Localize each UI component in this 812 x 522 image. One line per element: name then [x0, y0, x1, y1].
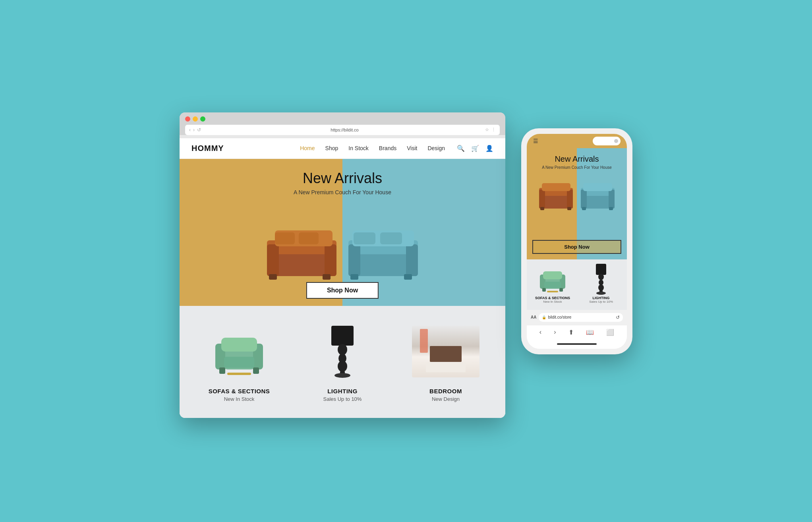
nav-link-shop[interactable]: Shop	[325, 145, 338, 151]
phone-lighting-img	[585, 266, 617, 294]
svg-rect-43	[583, 183, 612, 191]
nav-item-instock[interactable]: In Stock	[348, 145, 369, 152]
sofa-category-image	[203, 322, 275, 381]
svg-rect-34	[539, 189, 545, 209]
hero-section: New Arrivals A New Premium Couch For You…	[180, 159, 505, 306]
account-icon[interactable]: 👤	[485, 145, 493, 152]
lighting-category-sub: Sales Up to 10%	[323, 396, 362, 402]
phone-url-text: bildit.co/store	[548, 315, 614, 319]
traffic-light-fullscreen[interactable]	[200, 116, 205, 122]
phone-sofas-sub: New In Stock	[543, 300, 562, 304]
svg-rect-21	[221, 338, 257, 352]
phone-text-size-control[interactable]: AA	[531, 315, 536, 319]
lighting-category-name: LIGHTING	[327, 388, 358, 394]
svg-rect-44	[582, 207, 586, 210]
phone-forward-button[interactable]: ›	[554, 329, 556, 336]
svg-rect-24	[253, 367, 259, 374]
svg-rect-37	[540, 207, 544, 210]
category-card-lighting[interactable]: LIGHTING Sales Up to 10%	[299, 322, 386, 402]
phone-lock-icon: 🔒	[542, 315, 546, 319]
phone-camera-notch	[593, 137, 621, 145]
lamp-svg	[311, 322, 374, 381]
traffic-light-close[interactable]	[185, 116, 190, 122]
hero-subtitle: A New Premium Couch For Your House	[180, 189, 505, 195]
svg-rect-49	[543, 271, 562, 279]
svg-rect-45	[609, 207, 613, 210]
phone-menu-icon[interactable]: ☰	[533, 138, 538, 144]
category-card-bedroom[interactable]: BEDROOM New Design	[402, 322, 489, 402]
website-content: HOMMY Home Shop In Stock Brands Visit De…	[180, 138, 505, 418]
nav-link-visit[interactable]: Visit	[407, 145, 417, 151]
lighting-category-image	[307, 322, 378, 381]
hero-shop-now-button[interactable]: Shop Now	[306, 282, 379, 299]
more-icon[interactable]: ⋮	[491, 127, 496, 132]
svg-point-56	[599, 280, 603, 285]
phone-cat-card-sofas[interactable]: SOFAS & SECTIONS New In Stock	[530, 266, 575, 304]
svg-rect-11	[348, 244, 360, 276]
svg-rect-50	[544, 282, 561, 288]
nav-item-visit[interactable]: Visit	[407, 145, 417, 152]
phone-url-box[interactable]: 🔒 bildit.co/store ↺	[539, 313, 623, 322]
address-bar[interactable]: ‹ › ↺ https://bildit.co ☆ ⋮	[185, 125, 500, 135]
phone-share-button[interactable]: ⬆	[568, 329, 574, 336]
bookmark-icon[interactable]: ☆	[485, 127, 489, 132]
reload-icon[interactable]: ↺	[197, 127, 201, 133]
forward-arrow[interactable]: ›	[193, 127, 195, 133]
svg-point-27	[338, 344, 347, 355]
phone-back-button[interactable]: ‹	[539, 329, 541, 336]
svg-rect-42	[609, 189, 615, 209]
phone-lighting-name: LIGHTING	[593, 296, 610, 300]
phone-nav-bar: ‹ › ⬆ 📖 ⬜	[527, 325, 627, 339]
phone-sofa-image	[537, 173, 617, 213]
svg-rect-2	[267, 244, 279, 276]
nav-link-home[interactable]: Home	[300, 145, 315, 151]
phone-hero-section: New Arrivals A New Premium Couch For You…	[527, 148, 627, 259]
nav-link-design[interactable]: Design	[427, 145, 445, 151]
svg-point-55	[598, 274, 604, 280]
category-card-sofas[interactable]: SOFAS & SECTIONS New In Stock	[195, 322, 283, 402]
traffic-light-minimize[interactable]	[193, 116, 198, 122]
bedroom-category-name: BEDROOM	[429, 388, 462, 394]
nav-item-design[interactable]: Design	[427, 145, 445, 152]
nav-item-shop[interactable]: Shop	[325, 145, 338, 152]
nav-link-brands[interactable]: Brands	[379, 145, 396, 151]
svg-rect-23	[219, 367, 225, 374]
cart-icon[interactable]: 🛒	[471, 145, 479, 152]
back-arrow[interactable]: ‹	[189, 127, 191, 133]
svg-rect-54	[596, 264, 606, 275]
svg-rect-14	[354, 232, 375, 244]
svg-point-57	[598, 284, 604, 291]
svg-rect-12	[406, 244, 418, 276]
phone-bookmarks-button[interactable]: 📖	[586, 329, 594, 336]
bedroom-accent	[420, 329, 428, 353]
categories-section: SOFAS & SECTIONS New In Stock	[180, 306, 505, 418]
svg-point-31	[334, 373, 350, 378]
phone-tabs-button[interactable]: ⬜	[606, 329, 614, 336]
svg-rect-38	[567, 207, 571, 210]
phone-screen: ☰ New Arrivals A New Premium Couch For Y…	[527, 134, 627, 349]
phone-sofas-name: SOFAS & SECTIONS	[535, 296, 570, 300]
nav-item-brands[interactable]: Brands	[379, 145, 396, 152]
sofa-image	[263, 209, 422, 284]
svg-rect-16	[350, 274, 358, 280]
nav-link-instock[interactable]: In Stock	[348, 145, 369, 151]
phone-sofa-img	[537, 266, 568, 294]
bedroom-photo	[412, 326, 479, 377]
armchair-svg	[207, 326, 271, 377]
phone-hero-subtitle: A New Premium Couch For Your House	[542, 165, 612, 170]
phone-reload-icon[interactable]: ↺	[616, 315, 620, 320]
svg-rect-22	[224, 357, 254, 368]
svg-rect-17	[404, 274, 412, 280]
nav-item-home[interactable]: Home	[300, 145, 315, 152]
svg-rect-6	[299, 232, 319, 244]
browser-window: ‹ › ↺ https://bildit.co ☆ ⋮ HOMMY Home S…	[180, 112, 505, 418]
svg-rect-5	[275, 232, 295, 244]
bedroom-category-image	[410, 322, 481, 381]
nav-icon-group: 🔍 🛒 👤	[457, 145, 493, 152]
svg-rect-8	[323, 274, 331, 280]
search-icon[interactable]: 🔍	[457, 145, 465, 152]
phone-address-bar: AA 🔒 bildit.co/store ↺	[527, 310, 627, 325]
phone-cat-card-lighting[interactable]: LIGHTING Sales Up to 10%	[578, 266, 624, 304]
svg-rect-15	[380, 232, 402, 244]
sofas-category-sub: New In Stock	[224, 396, 255, 402]
